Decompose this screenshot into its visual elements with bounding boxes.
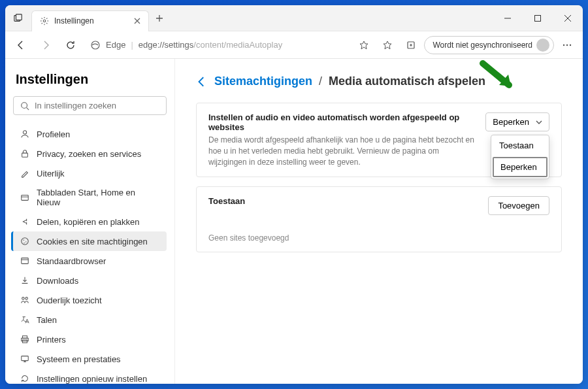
svg-point-10: [23, 131, 26, 134]
minimize-button[interactable]: [493, 5, 523, 31]
nav-system[interactable]: Systeem en prestaties: [11, 349, 167, 369]
edge-icon: [90, 40, 101, 50]
tab-title: Instellingen: [54, 16, 94, 25]
nav-privacy[interactable]: Privacy, zoeken en services: [11, 144, 167, 163]
close-window-button[interactable]: [553, 5, 583, 31]
family-icon: [20, 295, 30, 305]
svg-rect-3: [535, 15, 541, 21]
lock-icon: [20, 148, 30, 159]
address-url-suffix: /content/mediaAutoplay: [193, 40, 282, 50]
chevron-down-icon: [536, 119, 542, 126]
nav-start-home[interactable]: Tabbladen Start, Home en Nieuw: [11, 183, 167, 212]
sync-label: Wordt niet gesynchroniseerd: [433, 41, 532, 50]
dropdown-option-allow[interactable]: Toestaan: [491, 135, 549, 156]
appearance-icon: [20, 168, 30, 178]
svg-rect-17: [22, 258, 29, 264]
new-tab-button[interactable]: [149, 14, 170, 22]
address-bar[interactable]: Edge | edge://settings/content/mediaAuto…: [85, 40, 350, 50]
maximize-button[interactable]: [523, 5, 553, 31]
svg-point-6: [563, 44, 564, 45]
share-icon: [20, 216, 30, 227]
dropdown-option-limit[interactable]: Beperken: [493, 157, 547, 177]
nav-profiles[interactable]: Profielen: [11, 124, 167, 144]
browser-tab[interactable]: Instellingen: [31, 10, 149, 31]
autoplay-dropdown-menu: Toestaan Beperken: [491, 135, 549, 179]
svg-rect-23: [22, 356, 29, 361]
nav-appearance[interactable]: Uiterlijk: [11, 163, 167, 183]
svg-point-13: [22, 238, 29, 245]
nav-printers[interactable]: Printers: [11, 330, 167, 349]
autoplay-setting-title: Instellen of audio en video automatisch …: [208, 112, 475, 132]
back-button[interactable]: [10, 35, 31, 56]
breadcrumb: Sitemachtigingen / Media automatisch afs…: [196, 75, 562, 88]
profile-sync-button[interactable]: Wordt niet gesynchroniseerd: [424, 36, 554, 54]
breadcrumb-back-icon[interactable]: [196, 76, 208, 88]
search-icon: [20, 101, 29, 110]
sidebar-title: Instellingen: [13, 72, 167, 87]
autoplay-setting-desc: De media wordt afgespeeld afhankelijk va…: [208, 135, 475, 167]
breadcrumb-parent-link[interactable]: Sitemachtigingen: [214, 75, 312, 88]
favorites-icon[interactable]: [377, 35, 398, 56]
nav-family[interactable]: Ouderlijk toezicht: [11, 290, 167, 310]
breadcrumb-current: Media automatisch afspelen: [329, 75, 485, 88]
svg-rect-1: [16, 14, 22, 20]
tabs-icon: [20, 192, 30, 203]
system-icon: [20, 354, 30, 364]
svg-point-8: [570, 44, 571, 45]
svg-point-14: [24, 240, 24, 241]
svg-rect-11: [22, 153, 28, 157]
collections-icon[interactable]: [400, 35, 421, 56]
menu-button[interactable]: [557, 35, 578, 56]
breadcrumb-separator: /: [319, 75, 322, 88]
svg-point-9: [22, 102, 27, 108]
nav-languages[interactable]: Talen: [11, 310, 167, 330]
nav-cookies-permissions[interactable]: Cookies en site machtigingen: [11, 231, 167, 251]
settings-search-input[interactable]: [35, 101, 159, 110]
svg-rect-12: [22, 195, 29, 201]
read-aloud-icon[interactable]: [353, 35, 374, 56]
svg-rect-20: [23, 336, 27, 339]
address-url-prefix: edge://settings: [139, 40, 194, 50]
autoplay-dropdown[interactable]: Beperken: [485, 112, 549, 131]
nav-downloads[interactable]: Downloads: [11, 271, 167, 290]
reset-icon: [20, 373, 30, 384]
forward-button[interactable]: [35, 35, 56, 56]
svg-point-19: [25, 297, 28, 300]
profile-icon: [20, 129, 30, 139]
autoplay-dropdown-value: Beperken: [493, 117, 529, 127]
close-tab-icon[interactable]: [134, 18, 140, 24]
download-icon: [20, 275, 30, 286]
refresh-button[interactable]: [60, 35, 81, 56]
svg-point-2: [43, 20, 46, 22]
settings-search[interactable]: [13, 96, 167, 115]
svg-point-18: [22, 297, 25, 300]
printer-icon: [20, 334, 30, 345]
address-app: Edge: [106, 40, 125, 50]
svg-point-16: [24, 243, 24, 243]
svg-point-15: [25, 241, 26, 242]
nav-default-browser[interactable]: Standaardbrowser: [11, 251, 167, 271]
nav-reset[interactable]: Instellingen opnieuw instellen: [11, 369, 167, 384]
allow-empty-text: Geen sites toegevoegd: [197, 224, 561, 252]
nav-share-copy[interactable]: Delen, kopiëren en plakken: [11, 212, 167, 231]
tab-actions-icon[interactable]: [5, 14, 31, 23]
cookie-icon: [20, 236, 30, 246]
browser-icon: [20, 256, 30, 266]
gear-icon: [40, 16, 49, 25]
avatar: [536, 39, 549, 52]
language-icon: [20, 314, 30, 325]
allow-section-title: Toestaan: [208, 196, 478, 206]
add-site-button[interactable]: Toevoegen: [488, 196, 549, 215]
svg-point-7: [566, 44, 568, 45]
